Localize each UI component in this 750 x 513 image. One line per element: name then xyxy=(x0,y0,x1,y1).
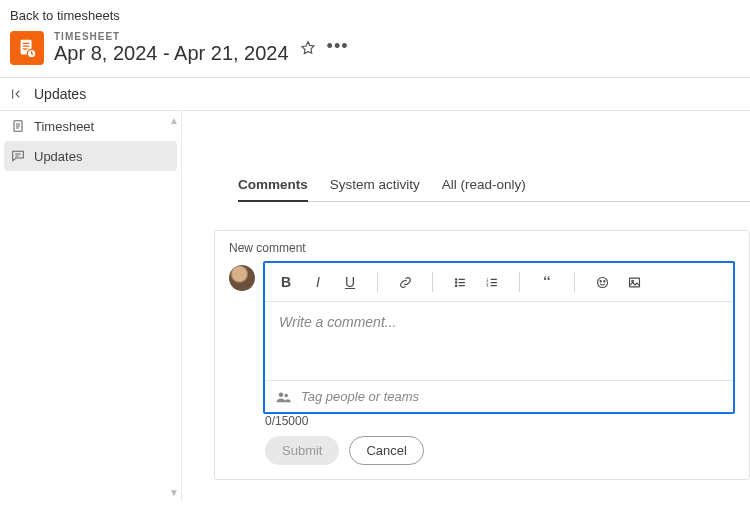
bold-button[interactable]: B xyxy=(271,269,301,295)
bullet-list-button[interactable] xyxy=(445,269,475,295)
image-button[interactable] xyxy=(619,269,649,295)
left-sidebar: ▲ Timesheet Updates ▼ xyxy=(0,111,182,502)
tab-comments[interactable]: Comments xyxy=(238,171,308,202)
tag-placeholder: Tag people or teams xyxy=(301,389,419,404)
speech-bubble-icon xyxy=(10,148,26,164)
svg-point-11 xyxy=(603,280,604,281)
svg-point-14 xyxy=(279,392,284,397)
svg-point-4 xyxy=(455,281,456,282)
submit-button: Submit xyxy=(265,436,339,465)
favorite-star-button[interactable] xyxy=(299,39,317,57)
breadcrumb: Updates xyxy=(0,78,750,110)
svg-point-10 xyxy=(600,280,601,281)
svg-point-5 xyxy=(455,285,456,286)
more-menu-button[interactable]: ••• xyxy=(327,37,349,59)
breadcrumb-label: Updates xyxy=(34,86,86,102)
user-avatar xyxy=(229,265,255,291)
svg-point-9 xyxy=(597,277,607,287)
timesheet-doc-icon xyxy=(10,31,44,65)
cancel-button[interactable]: Cancel xyxy=(349,436,423,465)
tag-people-input[interactable]: Tag people or teams xyxy=(265,380,733,412)
page-title: Apr 8, 2024 - Apr 21, 2024 xyxy=(54,42,289,65)
toolbar-separator xyxy=(519,272,520,292)
sidebar-item-label: Updates xyxy=(34,149,82,164)
tabs-bar: Comments System activity All (read-only) xyxy=(238,171,750,202)
sidebar-item-label: Timesheet xyxy=(34,119,94,134)
collapse-panel-icon[interactable] xyxy=(10,86,26,102)
rich-text-toolbar: B I U 123 “ xyxy=(265,263,733,302)
new-comment-card: New comment B I U 123 “ xyxy=(214,230,750,480)
document-icon xyxy=(10,118,26,134)
back-link[interactable]: Back to timesheets xyxy=(10,8,120,23)
toolbar-separator xyxy=(574,272,575,292)
underline-button[interactable]: U xyxy=(335,269,365,295)
numbered-list-button[interactable]: 123 xyxy=(477,269,507,295)
svg-point-3 xyxy=(455,278,456,279)
svg-text:3: 3 xyxy=(486,283,488,287)
toolbar-separator xyxy=(432,272,433,292)
tab-system-activity[interactable]: System activity xyxy=(330,171,420,201)
people-icon xyxy=(275,390,293,404)
comment-textarea[interactable]: Write a comment... xyxy=(265,302,733,380)
sidebar-item-updates[interactable]: Updates xyxy=(4,141,177,171)
comment-editor[interactable]: B I U 123 “ Write a comment xyxy=(263,261,735,414)
italic-button[interactable]: I xyxy=(303,269,333,295)
scroll-up-hint-icon: ▲ xyxy=(169,115,179,126)
svg-rect-12 xyxy=(629,278,639,287)
tab-all-readonly[interactable]: All (read-only) xyxy=(442,171,526,201)
toolbar-separator xyxy=(377,272,378,292)
scroll-down-hint-icon: ▼ xyxy=(169,487,179,498)
new-comment-label: New comment xyxy=(229,241,735,255)
sidebar-item-timesheet[interactable]: Timesheet xyxy=(0,111,181,141)
link-button[interactable] xyxy=(390,269,420,295)
char-counter: 0/15000 xyxy=(265,414,735,428)
svg-point-15 xyxy=(284,393,288,397)
blockquote-button[interactable]: “ xyxy=(532,269,562,295)
header-eyebrow: TIMESHEET xyxy=(54,31,289,42)
emoji-button[interactable] xyxy=(587,269,617,295)
